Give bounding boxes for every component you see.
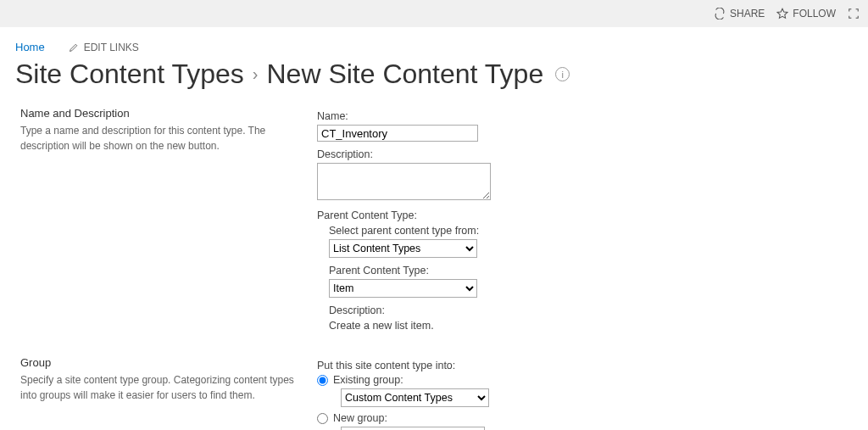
expand-icon	[848, 8, 860, 20]
breadcrumb-root[interactable]: Site Content Types	[15, 59, 244, 90]
name-input[interactable]	[317, 125, 478, 142]
focus-content-button[interactable]	[848, 8, 860, 20]
chevron-right-icon: ›	[253, 64, 259, 84]
info-icon[interactable]: i	[555, 67, 570, 81]
breadcrumb-current: New Site Content Type	[266, 59, 543, 90]
parent-heading: Parent Content Type:	[317, 209, 853, 221]
share-icon	[714, 8, 726, 20]
new-group-radio[interactable]	[317, 413, 328, 424]
star-icon	[776, 8, 788, 20]
existing-group-select[interactable]: Custom Content Types	[341, 388, 489, 407]
parent-from-label: Select parent content type from:	[329, 225, 853, 237]
existing-group-label: Existing group:	[333, 374, 403, 386]
description-label: Description:	[317, 148, 853, 160]
new-group-label: New group:	[333, 412, 387, 424]
section-heading-name: Name and Description	[20, 107, 300, 120]
edit-links-button[interactable]: EDIT LINKS	[69, 42, 139, 53]
pencil-icon	[69, 42, 79, 53]
existing-group-radio[interactable]	[317, 375, 328, 386]
section-desc-name: Type a name and description for this con…	[20, 123, 300, 154]
section-heading-group: Group	[20, 356, 300, 369]
suite-bar: SHARE FOLLOW	[0, 0, 868, 27]
share-button[interactable]: SHARE	[714, 8, 765, 20]
follow-label: FOLLOW	[793, 8, 836, 20]
nav-home-link[interactable]: Home	[15, 41, 45, 53]
put-into-label: Put this site content type into:	[317, 360, 853, 371]
new-group-input[interactable]	[341, 427, 485, 430]
share-label: SHARE	[730, 8, 765, 20]
parent-type-select[interactable]: Item	[329, 279, 477, 298]
parent-desc-value: Create a new list item.	[329, 320, 853, 332]
top-nav: Home EDIT LINKS	[0, 27, 868, 59]
parent-desc-label: Description:	[329, 304, 853, 316]
follow-button[interactable]: FOLLOW	[776, 8, 836, 20]
parent-type-label: Parent Content Type:	[329, 265, 853, 276]
parent-from-select[interactable]: List Content Types	[329, 239, 477, 258]
name-label: Name:	[317, 110, 853, 122]
description-textarea[interactable]	[317, 163, 491, 200]
page-title: Site Content Types › New Site Content Ty…	[0, 59, 868, 102]
section-desc-group: Specify a site content type group. Categ…	[20, 372, 300, 403]
edit-links-label: EDIT LINKS	[84, 42, 139, 53]
